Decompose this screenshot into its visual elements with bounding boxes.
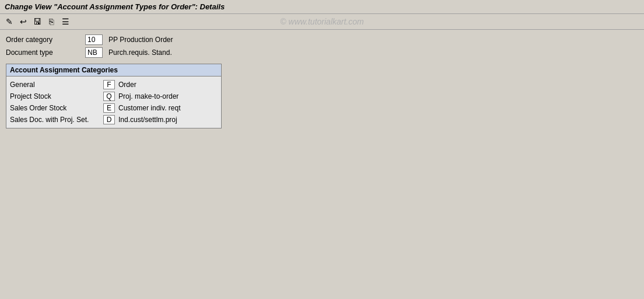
table-row: Sales Doc. with Proj. Set. D Ind.cust/se… — [6, 114, 221, 126]
account-assignment-section: Account Assignment Categories General F … — [6, 64, 222, 128]
row-code-sales-doc: D — [103, 115, 115, 124]
document-type-label: Document type — [6, 48, 82, 57]
document-type-input[interactable] — [85, 47, 103, 58]
order-category-input[interactable] — [85, 34, 103, 45]
section-content: General F Order Project Stock Q Proj. ma… — [6, 77, 221, 128]
row-label-general: General — [10, 81, 103, 89]
copy-icon[interactable]: ⎘ — [46, 16, 57, 27]
row-label-sales-doc: Sales Doc. with Proj. Set. — [10, 116, 103, 124]
document-type-desc: Purch.requis. Stand. — [108, 48, 172, 57]
row-value-project-stock: Proj. make-to-order — [118, 92, 178, 100]
table-row: General F Order — [6, 79, 221, 91]
edit-icon[interactable]: ✎ — [4, 16, 15, 27]
title-bar: Change View "Account Assignment Types fo… — [0, 0, 644, 14]
toolbar-icons: ✎ ↩ 🖫 ⎘ ☰ — [4, 16, 71, 27]
back-icon[interactable]: ↩ — [18, 16, 29, 27]
toolbar: ✎ ↩ 🖫 ⎘ ☰ © www.tutorialkart.com — [0, 14, 644, 30]
order-category-label: Order category — [6, 36, 82, 44]
row-code-sales-order-stock: E — [103, 103, 115, 113]
row-label-sales-order-stock: Sales Order Stock — [10, 104, 103, 112]
watermark: © www.tutorialkart.com — [280, 17, 363, 26]
settings-icon[interactable]: ☰ — [60, 16, 71, 27]
row-code-general: F — [103, 80, 115, 89]
order-category-row: Order category PP Production Order — [6, 34, 638, 45]
row-label-project-stock: Project Stock — [10, 92, 103, 100]
section-header: Account Assignment Categories — [6, 64, 221, 77]
content: Order category PP Production Order Docum… — [0, 30, 644, 133]
row-value-sales-order-stock: Customer indiv. reqt — [118, 104, 180, 112]
save-icon[interactable]: 🖫 — [32, 16, 43, 27]
row-value-sales-doc: Ind.cust/settlm.proj — [118, 116, 177, 124]
table-row: Project Stock Q Proj. make-to-order — [6, 91, 221, 102]
order-category-desc: PP Production Order — [108, 36, 173, 44]
table-row: Sales Order Stock E Customer indiv. reqt — [6, 102, 221, 114]
row-code-project-stock: Q — [103, 92, 115, 101]
row-value-general: Order — [118, 81, 136, 89]
document-type-row: Document type Purch.requis. Stand. — [6, 47, 638, 58]
